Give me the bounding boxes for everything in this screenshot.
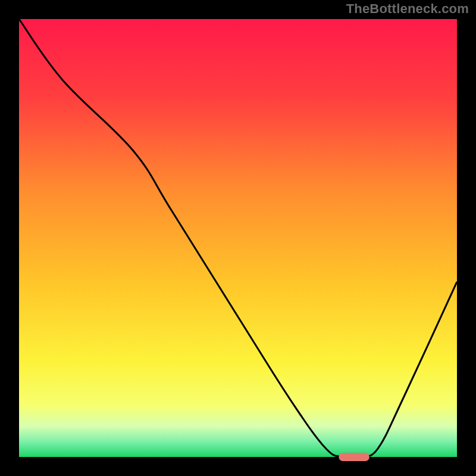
optimal-marker xyxy=(339,453,369,461)
watermark-text: TheBottleneck.com xyxy=(346,1,469,17)
bottleneck-chart xyxy=(0,0,476,476)
chart-gradient-area xyxy=(19,19,457,457)
chart-container: TheBottleneck.com xyxy=(0,0,476,476)
